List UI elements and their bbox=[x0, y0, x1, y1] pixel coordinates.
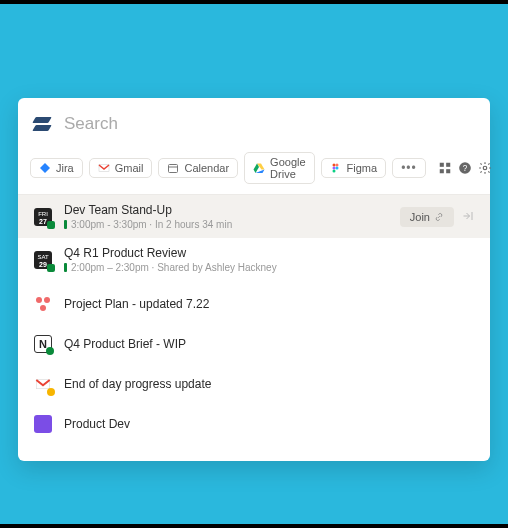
result-item-product-dev[interactable]: Product Dev bbox=[18, 401, 490, 441]
chip-label: Google Drive bbox=[270, 156, 305, 180]
result-item-dev-standup[interactable]: FRI27 Dev Team Stand-Up 3:00pm - 3:30pm … bbox=[18, 195, 490, 238]
result-item-q4-brief[interactable]: N Q4 Product Brief - WIP bbox=[18, 321, 490, 361]
jira-icon bbox=[39, 162, 51, 174]
more-chip[interactable]: ••• bbox=[392, 158, 426, 178]
filter-chip-row: Jira Gmail Calendar Google Drive bbox=[18, 148, 490, 195]
result-title: End of day progress update bbox=[64, 377, 474, 391]
status-badge-icon bbox=[47, 388, 55, 396]
result-title: Project Plan - updated 7.22 bbox=[64, 297, 474, 311]
app-logo bbox=[32, 114, 52, 134]
svg-rect-15 bbox=[446, 169, 450, 173]
result-title: Product Dev bbox=[64, 417, 474, 431]
svg-point-18 bbox=[483, 166, 487, 170]
svg-point-8 bbox=[335, 164, 338, 167]
gmail-icon bbox=[98, 162, 110, 174]
chip-label: Jira bbox=[56, 162, 74, 174]
chip-calendar[interactable]: Calendar bbox=[158, 158, 238, 178]
gcal-badge-icon bbox=[47, 221, 55, 229]
link-icon bbox=[434, 212, 444, 222]
calendar-icon bbox=[167, 162, 179, 174]
calendar-event-icon: FRI27 bbox=[34, 208, 52, 226]
apps-grid-icon[interactable] bbox=[438, 160, 452, 176]
svg-text:?: ? bbox=[462, 164, 467, 173]
gcal-badge-icon bbox=[47, 264, 55, 272]
help-icon[interactable]: ? bbox=[458, 160, 472, 176]
asana-icon bbox=[34, 295, 52, 313]
svg-point-10 bbox=[335, 167, 338, 170]
figma-icon bbox=[330, 162, 342, 174]
search-panel: Jira Gmail Calendar Google Drive bbox=[18, 98, 490, 461]
svg-marker-0 bbox=[40, 163, 50, 173]
notion-icon: N bbox=[34, 335, 52, 353]
result-title: Dev Team Stand-Up bbox=[64, 203, 388, 217]
result-subtitle: 3:00pm - 3:30pm · In 2 hours 34 min bbox=[64, 219, 388, 230]
result-title: Q4 R1 Product Review bbox=[64, 246, 474, 260]
chip-label: Gmail bbox=[115, 162, 144, 174]
search-input[interactable] bbox=[64, 114, 474, 134]
svg-point-9 bbox=[332, 167, 335, 170]
result-item-project-plan[interactable]: Project Plan - updated 7.22 bbox=[18, 281, 490, 321]
google-drive-icon bbox=[253, 162, 265, 174]
svg-rect-12 bbox=[440, 163, 444, 167]
svg-rect-13 bbox=[446, 163, 450, 167]
open-external-icon[interactable] bbox=[462, 208, 474, 226]
chip-figma[interactable]: Figma bbox=[321, 158, 387, 178]
chip-label: Calendar bbox=[184, 162, 229, 174]
gmail-icon bbox=[34, 375, 52, 393]
result-item-q4-review[interactable]: SAT29 Q4 R1 Product Review 2:00pm – 2:30… bbox=[18, 238, 490, 281]
chip-google-drive[interactable]: Google Drive bbox=[244, 152, 314, 184]
result-item-eod-update[interactable]: End of day progress update bbox=[18, 361, 490, 401]
join-button[interactable]: Join bbox=[400, 207, 454, 227]
settings-gear-icon[interactable] bbox=[478, 160, 492, 176]
result-subtitle: 2:00pm – 2:30pm · Shared by Ashley Hackn… bbox=[64, 262, 474, 273]
chip-gmail[interactable]: Gmail bbox=[89, 158, 153, 178]
chip-jira[interactable]: Jira bbox=[30, 158, 83, 178]
svg-point-11 bbox=[332, 170, 335, 173]
result-title: Q4 Product Brief - WIP bbox=[64, 337, 474, 351]
results-list: FRI27 Dev Team Stand-Up 3:00pm - 3:30pm … bbox=[18, 195, 490, 441]
join-label: Join bbox=[410, 211, 430, 223]
calendar-event-icon: SAT29 bbox=[34, 251, 52, 269]
status-badge-icon bbox=[46, 347, 54, 355]
svg-rect-14 bbox=[440, 169, 444, 173]
svg-point-7 bbox=[332, 164, 335, 167]
channel-icon bbox=[34, 415, 52, 433]
chip-label: Figma bbox=[347, 162, 378, 174]
svg-rect-2 bbox=[169, 165, 178, 173]
